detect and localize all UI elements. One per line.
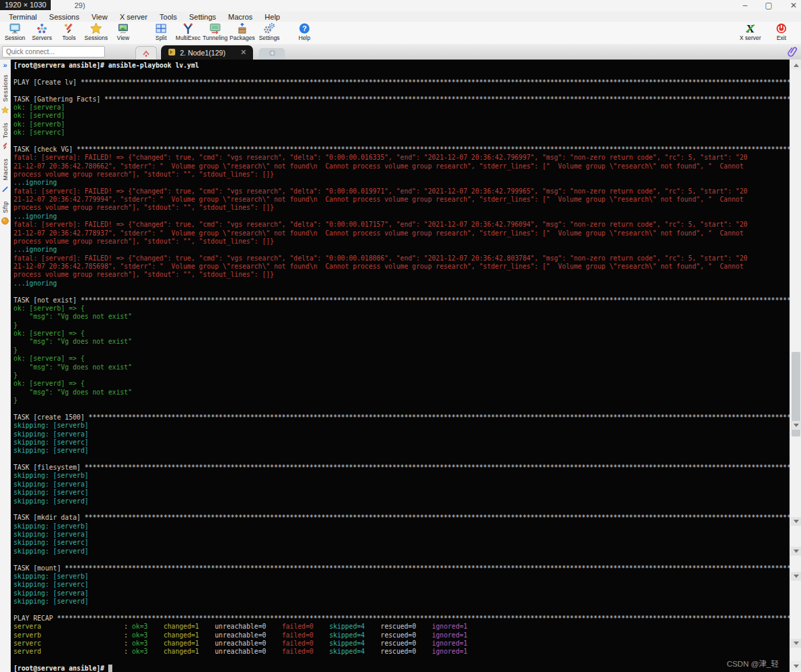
new-tab-button[interactable] xyxy=(259,48,285,60)
tab-close-icon[interactable]: ✕ xyxy=(240,48,246,57)
resolution-badge: 1920 × 1030 xyxy=(0,0,51,10)
terminal-line: 21-12-07 20:36:42.785698", "stderr": " V… xyxy=(14,263,789,271)
toolbar-split-button[interactable]: Split xyxy=(147,22,175,41)
minimize-button[interactable]: – xyxy=(743,0,748,11)
toolbar-packages-button[interactable]: Packages xyxy=(229,22,256,41)
settings-icon xyxy=(263,22,275,35)
scroll-down-marker[interactable] xyxy=(791,547,801,556)
terminal-line: PLAY [Create lv] ***********************… xyxy=(14,79,789,87)
tools-side-icon xyxy=(1,140,9,152)
menu-settings[interactable]: Settings xyxy=(183,13,223,21)
terminal-line: "msg": "Vg does not exist" xyxy=(14,313,789,321)
terminal-line: } xyxy=(14,346,789,355)
terminal-line xyxy=(14,288,789,296)
terminal-line: skipping: [serverc] xyxy=(14,439,789,447)
terminal-line: skipping: [serverd] xyxy=(14,547,789,556)
quick-connect-input[interactable] xyxy=(2,46,105,58)
terminal-line: } xyxy=(14,372,789,380)
terminal-scrollbar[interactable] xyxy=(789,60,801,672)
toolbar-multiexec-button[interactable]: MultiExec xyxy=(175,22,202,41)
terminal-line: fatal: [serverc]: FAILED! => {"changed":… xyxy=(14,187,789,196)
menu-tools[interactable]: Tools xyxy=(154,13,183,21)
toolbar-label: Tunneling xyxy=(202,35,227,41)
terminal-tab-icon xyxy=(168,48,176,58)
toolbar-servers-button[interactable]: Servers xyxy=(28,22,55,41)
sidebar-tab-sessions[interactable]: Sessions xyxy=(1,74,9,116)
toolbar-x-server-button[interactable]: XX server xyxy=(735,22,766,41)
maximize-button[interactable]: ▢ xyxy=(765,0,773,11)
scroll-down-marker[interactable] xyxy=(791,517,801,526)
terminal-line: serverc : ok=3 changed=1 unreachable=0 f… xyxy=(14,640,789,648)
sidebar-tab-label: Tools xyxy=(2,122,9,139)
terminal-line: process volume group research"], "stdout… xyxy=(14,271,789,279)
svg-text:?: ? xyxy=(302,24,307,32)
sidebar-tab-macros[interactable]: Macros xyxy=(1,158,9,195)
toolbar-label: Tools xyxy=(62,35,76,41)
terminal-line: ok: [servera] xyxy=(14,104,789,112)
menu-sessions[interactable]: Sessions xyxy=(43,13,86,21)
scroll-down-marker[interactable] xyxy=(791,421,801,430)
toolbar-tunneling-button[interactable]: Tunneling xyxy=(202,22,229,41)
menu-help[interactable]: Help xyxy=(258,13,286,21)
terminal-line xyxy=(14,137,789,145)
view-icon xyxy=(117,22,129,35)
menu-terminal[interactable]: Terminal xyxy=(3,13,43,21)
macros-side-icon xyxy=(1,183,9,195)
close-button[interactable]: ✕ xyxy=(790,0,797,11)
toolbar-sessions-button[interactable]: Sessions xyxy=(83,22,110,41)
toolbar-help-button[interactable]: ?Help xyxy=(291,22,318,41)
toolbar-exit-button[interactable]: Exit xyxy=(766,22,797,41)
terminal-output: [root@servera ansible]# ansible-playbook… xyxy=(14,62,789,672)
new-tab-icon xyxy=(268,48,277,60)
window-title-remnant: 29) xyxy=(74,1,85,9)
menu-x-server[interactable]: X server xyxy=(114,13,154,21)
sessions-star-icon xyxy=(90,22,102,35)
terminal-line: fatal: [serverd]: FAILED! => {"changed":… xyxy=(14,254,789,263)
menu-macros[interactable]: Macros xyxy=(222,13,258,21)
terminal-line: ok: [servera] => { xyxy=(14,355,789,363)
terminal-line: "msg": "Vg does not exist" xyxy=(14,338,789,346)
terminal-line: skipping: [serverb] xyxy=(14,522,789,531)
menu-view[interactable]: View xyxy=(85,13,114,21)
toolbar-label: Sessions xyxy=(85,35,108,41)
terminal-line: ok: [serverb] => { xyxy=(14,305,789,313)
scroll-down-button[interactable] xyxy=(791,661,801,671)
sidebar-expand-button[interactable]: » xyxy=(3,61,7,69)
mobaxterm-window: 1920 × 1030 29) – ▢ ✕ TerminalSessionsVi… xyxy=(0,0,801,672)
sidebar-tab-tools[interactable]: Tools xyxy=(1,122,9,153)
terminal-line: TASK [mkdir data] **********************… xyxy=(14,514,789,522)
toolbar-tools-button[interactable]: Tools xyxy=(55,22,83,41)
toolbar-label: Exit xyxy=(777,35,786,41)
terminal-line xyxy=(14,405,789,413)
scroll-down-marker[interactable] xyxy=(791,639,801,648)
toolbar-items: SessionServersToolsSessionsViewSplitMult… xyxy=(1,22,318,41)
sidebar-tab-sftp[interactable]: Sftp xyxy=(1,201,9,227)
star-side-icon xyxy=(1,104,9,116)
toolbar-session-button[interactable]: Session xyxy=(1,22,28,41)
terminal-line: ok: [serverc] => { xyxy=(14,330,789,338)
scroll-down-marker[interactable] xyxy=(791,572,801,581)
toolbar-label: Packages xyxy=(229,35,254,41)
sidebar-tab-label: Macros xyxy=(2,158,9,181)
sidebar-tab-label: Sftp xyxy=(2,201,9,213)
session-icon xyxy=(9,22,21,35)
terminal-line: process volume group research"], "stdout… xyxy=(14,171,789,179)
home-tab[interactable] xyxy=(135,46,157,60)
terminal-line: ok: [serverd] => { xyxy=(14,380,789,388)
terminal-area[interactable]: [root@servera ansible]# ansible-playbook… xyxy=(11,60,789,672)
toolbar-right-items: XX serverExit xyxy=(735,22,797,41)
terminal-line: PLAY RECAP *****************************… xyxy=(14,614,789,623)
terminal-line: process volume group research"], "stdout… xyxy=(14,204,789,212)
terminal-line: skipping: [servera] xyxy=(14,589,789,598)
terminal-line: ...ignoring xyxy=(14,246,789,254)
tab-node1[interactable]: 2. Node1(129) ✕ xyxy=(161,45,253,60)
titlebar: 1920 × 1030 29) – ▢ ✕ xyxy=(0,0,801,12)
scroll-up-button[interactable] xyxy=(791,60,801,70)
watermark: CSDN @津_轻 xyxy=(727,658,779,669)
terminal-line: skipping: [serverc] xyxy=(14,539,789,547)
triangle-up-icon xyxy=(794,64,799,67)
toolbar-label: X server xyxy=(739,35,761,41)
terminal-line: [root@servera ansible]# xyxy=(14,665,789,672)
toolbar-view-button[interactable]: View xyxy=(110,22,137,41)
toolbar-settings-button[interactable]: Settings xyxy=(256,22,283,41)
